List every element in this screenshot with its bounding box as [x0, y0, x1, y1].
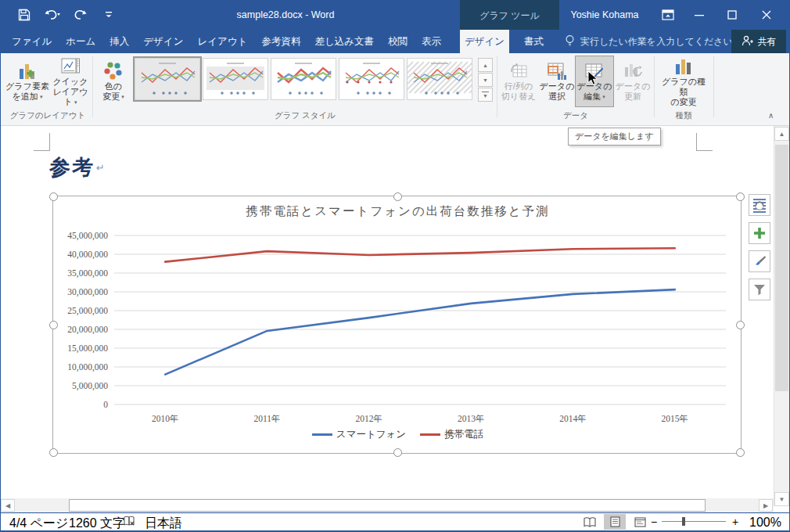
group-separator — [654, 56, 655, 117]
resize-handle[interactable] — [736, 192, 745, 201]
zoom-level[interactable]: 100% — [749, 516, 781, 530]
contextual-tool-label: グラフ ツール — [460, 0, 559, 30]
resize-handle[interactable] — [393, 192, 402, 201]
tab-レイアウト[interactable]: レイアウト — [190, 30, 254, 53]
lightbulb-icon — [565, 34, 575, 49]
add-chart-element-button[interactable]: グラフ要素 を追加▾ — [5, 56, 50, 106]
chart-style-3[interactable] — [271, 58, 336, 100]
chart-elements-button[interactable] — [749, 222, 770, 244]
chart-legend[interactable]: スマートフォン携帯電話 — [53, 428, 742, 441]
vertical-scrollbar-thumb[interactable] — [775, 145, 788, 391]
legend-label: スマートフォン — [336, 428, 406, 441]
select-data-label: データの — [540, 81, 575, 91]
scroll-down-icon[interactable]: ▼ — [774, 492, 789, 506]
tab-校閲[interactable]: 校閲 — [381, 30, 415, 53]
resize-handle[interactable] — [393, 448, 402, 457]
print-layout-button[interactable] — [604, 514, 626, 530]
series-line-携帯電話 — [165, 248, 675, 261]
change-colors-button[interactable]: 色の 変更▾ — [95, 56, 132, 106]
scroll-up-icon[interactable]: ▲ — [774, 127, 789, 141]
customize-qat-icon[interactable] — [100, 5, 117, 24]
tab-デザイン[interactable]: デザイン — [136, 30, 190, 53]
word-count[interactable]: 1260 文字 — [69, 516, 125, 532]
share-button[interactable]: 共有 — [731, 30, 786, 53]
y-axis-tick-label: 40,000,000 — [67, 250, 108, 260]
tab-ファイル[interactable]: ファイル — [5, 30, 59, 53]
change-chart-type-button[interactable]: グラフの種類 の変更 — [659, 56, 709, 106]
maximize-button[interactable] — [718, 0, 746, 30]
resize-handle[interactable] — [49, 321, 58, 329]
close-button[interactable] — [752, 0, 781, 30]
add-chart-element-icon — [17, 56, 38, 81]
y-axis-tick-label: 35,000,000 — [67, 268, 108, 279]
page-indicator[interactable]: 4/4 ページ — [9, 516, 68, 532]
change-chart-type-icon — [674, 56, 693, 77]
tab-差し込み文書[interactable]: 差し込み文書 — [307, 30, 381, 53]
paintbrush-icon — [752, 254, 767, 268]
language-indicator[interactable]: 日本語 — [145, 516, 182, 532]
user-account[interactable]: Yoshie Kohama — [562, 0, 648, 30]
chart-filters-button[interactable] — [749, 279, 770, 300]
ribbon-display-options-icon[interactable] — [654, 0, 682, 30]
y-axis-tick-label: 0 — [103, 400, 108, 409]
undo-icon[interactable] — [44, 5, 61, 24]
save-icon[interactable] — [16, 5, 33, 24]
switch-row-column-icon — [508, 56, 529, 81]
y-axis-tick-label: 25,000,000 — [67, 306, 108, 316]
scroll-left-icon[interactable]: ◀ — [1, 499, 15, 512]
select-data-icon — [547, 56, 567, 81]
collapse-ribbon-icon[interactable]: ∧ — [768, 111, 774, 120]
web-layout-icon — [634, 517, 646, 527]
share-label: 共有 — [758, 35, 777, 49]
minimize-button[interactable] — [685, 0, 713, 30]
read-mode-button[interactable] — [579, 514, 601, 530]
y-axis-tick-label: 5,000,000 — [72, 381, 108, 391]
zoom-slider-track[interactable] — [662, 521, 726, 522]
refresh-data-icon — [623, 56, 643, 81]
zoom-out-button[interactable]: − — [651, 516, 657, 528]
chart-styles-gallery — [135, 58, 475, 103]
quick-layout-button[interactable]: クイック レイアウト▾ — [50, 56, 91, 106]
zoom-in-button[interactable]: + — [732, 516, 738, 528]
read-mode-icon — [584, 517, 596, 527]
resize-handle[interactable] — [49, 448, 58, 457]
tell-me-box[interactable]: 実行したい作業を入力してください — [565, 30, 733, 53]
legend-item-スマートフォン[interactable]: スマートフォン — [312, 428, 406, 441]
refresh-data-button: データの 更新 — [615, 56, 651, 106]
chart-style-5[interactable] — [407, 58, 472, 100]
web-layout-button[interactable] — [629, 514, 651, 530]
chart-style-4[interactable] — [339, 58, 404, 100]
contextual-tab-デザイン[interactable]: デザイン — [460, 30, 509, 53]
gallery-scroll-down-icon[interactable]: ▼ — [478, 73, 493, 87]
zoom-slider-thumb[interactable] — [682, 517, 685, 526]
contextual-tab-書式[interactable]: 書式 — [509, 30, 558, 53]
layout-options-button[interactable] — [749, 194, 770, 216]
window-title: sample28.docx - Word — [188, 0, 383, 30]
tab-参考資料[interactable]: 参考資料 — [254, 30, 307, 53]
legend-item-携帯電話[interactable]: 携帯電話 — [420, 428, 483, 441]
proofing-status-icon[interactable] — [124, 516, 135, 530]
resize-handle[interactable] — [736, 448, 745, 457]
select-data-button[interactable]: データの 選択 — [539, 56, 575, 106]
redo-icon[interactable] — [72, 5, 89, 24]
chart-style-2[interactable] — [203, 58, 268, 100]
resize-handle[interactable] — [736, 321, 745, 329]
chart-plot-area: 05,000,00010,000,00015,000,00020,000,000… — [53, 196, 741, 453]
dropdown-arrow-icon: ▾ — [120, 94, 124, 99]
tab-ホーム[interactable]: ホーム — [59, 30, 102, 53]
y-axis-tick-label: 15,000,000 — [67, 343, 108, 354]
chart-styles-button[interactable] — [749, 250, 770, 272]
chart-object[interactable]: 携帯電話とスマートフォンの出荷台数推移と予測 05,000,00010,000,… — [52, 196, 742, 454]
horizontal-scrollbar-thumb[interactable] — [69, 499, 706, 512]
resize-handle[interactable] — [49, 192, 58, 201]
crop-mark — [49, 133, 50, 151]
chart-style-1[interactable] — [135, 58, 200, 100]
series-line-スマートフォン — [165, 289, 675, 374]
tab-表示[interactable]: 表示 — [415, 30, 448, 53]
gallery-more-icon[interactable]: ▼ — [478, 88, 493, 102]
y-axis-tick-label: 10,000,000 — [67, 362, 108, 372]
x-axis-tick-label: 2013年 — [458, 414, 485, 423]
tab-挿入[interactable]: 挿入 — [102, 30, 136, 53]
gallery-scroll-up-icon[interactable]: ▲ — [478, 58, 493, 72]
scroll-right-icon[interactable]: ▶ — [759, 499, 773, 512]
